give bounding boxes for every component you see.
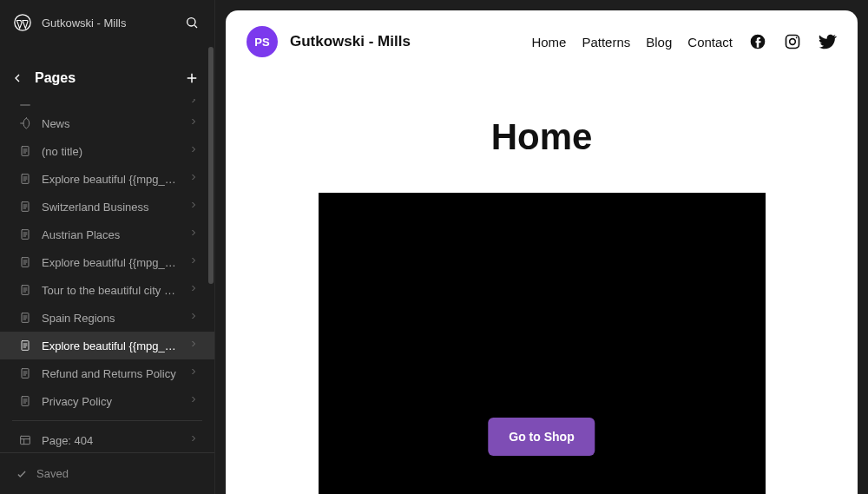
chevron-right-icon	[188, 200, 202, 214]
template-item[interactable]: Page: 404	[0, 426, 214, 452]
page-icon	[17, 99, 33, 109]
back-icon[interactable]	[7, 68, 28, 89]
page-item-label: Explore beautiful {{mpg_city}} of…	[42, 256, 180, 269]
page-item[interactable]: Refund and Returns Policy	[0, 359, 214, 387]
chevron-right-icon	[188, 172, 202, 186]
editor-sidebar: Gutkowski - Mills Pages News(no title)Ex…	[0, 0, 215, 494]
preview-area: PS Gutkowski - Mills HomePatternsBlogCon…	[215, 0, 868, 494]
page-item[interactable]: (no title)	[0, 137, 214, 165]
page-icon	[17, 227, 33, 242]
page-item[interactable]: News	[0, 109, 214, 137]
site-logo[interactable]: PS	[247, 26, 278, 57]
add-page-icon[interactable]	[181, 68, 202, 89]
chevron-right-icon	[188, 366, 202, 380]
chevron-right-icon	[188, 255, 202, 269]
page-item[interactable]	[0, 99, 214, 109]
page-icon	[17, 254, 33, 270]
page-hero: Home	[226, 73, 858, 193]
page-item-label: Privacy Policy	[42, 395, 180, 408]
site-header: PS Gutkowski - Mills HomePatternsBlogCon…	[226, 10, 858, 73]
page-item[interactable]: Explore beautiful {{mpg_city}} of…	[0, 248, 214, 276]
twitter-icon[interactable]	[818, 32, 837, 51]
svg-point-0	[15, 15, 30, 30]
panel-title: Pages	[35, 70, 174, 86]
svg-rect-12	[21, 436, 30, 444]
template-item-label: Page: 404	[42, 434, 180, 447]
page-item[interactable]: Privacy Policy	[0, 387, 214, 415]
page-item[interactable]: Spain Regions	[0, 304, 214, 332]
page-icon	[17, 310, 33, 326]
chevron-right-icon	[188, 339, 202, 352]
page-icon	[17, 338, 33, 353]
sidebar-topbar: Gutkowski - Mills	[0, 0, 214, 45]
wordpress-logo-icon[interactable]	[12, 12, 33, 33]
hero-image-block[interactable]: Go to Shop	[319, 193, 766, 494]
search-icon[interactable]	[181, 12, 202, 33]
svg-rect-15	[786, 36, 799, 49]
page-item-label: News	[42, 117, 180, 130]
svg-point-16	[790, 39, 796, 45]
page-heading: Home	[226, 116, 858, 158]
cta-button[interactable]: Go to Shop	[488, 418, 595, 456]
nav-link[interactable]: Blog	[646, 35, 672, 49]
page-item-label: Explore beautiful {{mpg_city}} of…	[42, 173, 180, 186]
chevron-right-icon	[188, 99, 202, 109]
sidebar-scrollbar-thumb[interactable]	[208, 47, 214, 284]
page-icon	[17, 282, 33, 298]
page-item-label: Switzerland Business	[42, 201, 180, 214]
page-icon	[17, 143, 33, 159]
page-icon	[17, 393, 33, 409]
preview-canvas: PS Gutkowski - Mills HomePatternsBlogCon…	[226, 10, 858, 494]
chevron-right-icon	[188, 311, 202, 325]
page-icon	[17, 171, 33, 187]
page-item-label: Refund and Returns Policy	[42, 367, 180, 380]
page-icon	[17, 199, 33, 214]
panel-header: Pages	[0, 57, 214, 99]
instagram-icon[interactable]	[783, 32, 802, 51]
page-item[interactable]: Explore beautiful {{mpg_city}} of…	[0, 165, 214, 193]
save-status: Saved	[0, 452, 214, 494]
page-item-label: Explore beautiful {{mpg_city}} of…	[42, 339, 180, 352]
page-item[interactable]: Austrian Places	[0, 221, 214, 248]
page-item[interactable]: Tour to the beautiful city of…	[0, 276, 214, 304]
list-divider	[12, 420, 202, 421]
page-item[interactable]: Switzerland Business	[0, 193, 214, 221]
chevron-right-icon	[188, 116, 202, 130]
svg-point-17	[796, 37, 798, 39]
page-item-label: Austrian Places	[42, 228, 180, 241]
news-icon	[17, 115, 33, 131]
page-item-label: (no title)	[42, 145, 180, 158]
page-item[interactable]: Explore beautiful {{mpg_city}} of…	[0, 332, 214, 359]
nav-link[interactable]: Home	[531, 35, 566, 49]
page-item-label: Spain Regions	[42, 312, 180, 325]
chevron-right-icon	[188, 227, 202, 241]
chevron-right-icon	[188, 144, 202, 158]
check-icon	[16, 468, 28, 480]
facebook-icon[interactable]	[748, 32, 767, 51]
sidebar-scrollbar[interactable]	[208, 47, 214, 442]
layout-icon	[17, 432, 33, 448]
page-icon	[17, 366, 33, 381]
site-name: Gutkowski - Mills	[42, 16, 173, 30]
nav-link[interactable]: Patterns	[582, 35, 630, 49]
page-item-label: Tour to the beautiful city of…	[42, 284, 180, 297]
save-status-label: Saved	[36, 467, 69, 480]
nav-link[interactable]: Contact	[687, 35, 733, 49]
chevron-right-icon	[188, 394, 202, 408]
site-title: Gutkowski - Mills	[290, 33, 411, 50]
chevron-right-icon	[188, 283, 202, 297]
site-nav: HomePatternsBlogContact	[531, 32, 837, 51]
page-list: News(no title)Explore beautiful {{mpg_ci…	[0, 99, 214, 452]
svg-point-1	[187, 18, 195, 26]
chevron-right-icon	[188, 433, 202, 447]
